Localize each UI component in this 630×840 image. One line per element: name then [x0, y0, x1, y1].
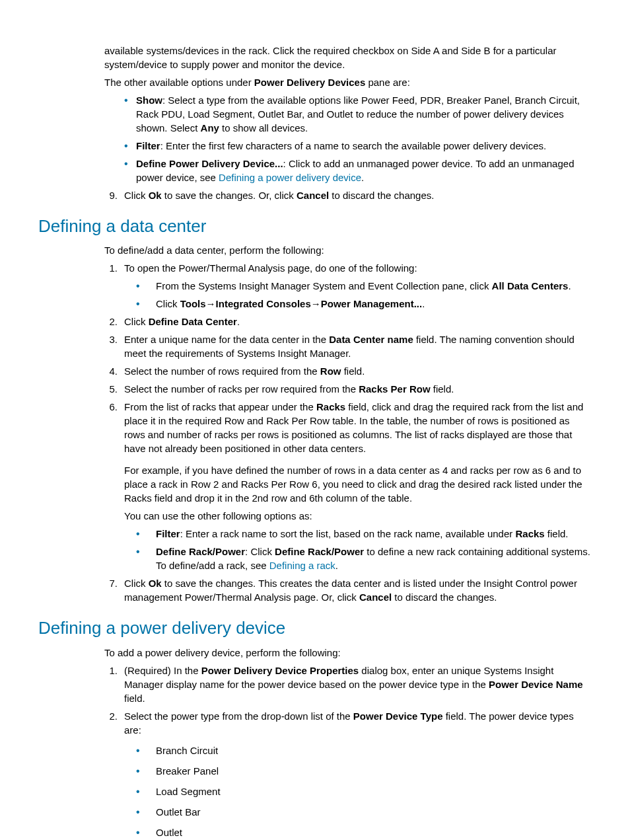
page-content: available systems/devices in the rack. C… — [104, 44, 592, 839]
pdd-intro: To add a power delivery device, perform … — [104, 646, 592, 660]
dc-s6-options: You can use the other following options … — [124, 509, 592, 523]
list-item: 2.Click Define Data Center. — [104, 315, 592, 328]
list-item: 1.(Required) In the Power Delivery Devic… — [104, 664, 592, 705]
list-item: Breaker Panel — [136, 764, 592, 778]
dc-steps: 1.To open the Power/Thermal Analysis pag… — [104, 261, 592, 604]
intro-step9: 9.Click Ok to save the changes. Or, clic… — [104, 188, 592, 202]
list-item: Define Rack/Power: Click Define Rack/Pow… — [136, 545, 592, 572]
heading-pdd: Defining a power delivery device — [38, 616, 592, 640]
list-item: Show: Select a type from the available o… — [124, 93, 592, 135]
list-item: 4.Select the number of rows required fro… — [104, 364, 592, 378]
intro-p2: The other available options under Power … — [104, 75, 592, 89]
list-item: From the Systems Insight Manager System … — [136, 279, 592, 293]
list-item: 7.Click Ok to save the changes. This cre… — [104, 576, 592, 604]
list-item: Define Power Delivery Device...: Click t… — [124, 157, 592, 184]
heading-data-center: Defining a data center — [38, 214, 592, 238]
list-item: Filter: Enter a rack name to sort the li… — [136, 527, 592, 541]
dc-s6-example: For example, if you have defined the num… — [124, 463, 592, 505]
pdd-steps: 1.(Required) In the Power Delivery Devic… — [104, 664, 592, 839]
list-item: 6.From the list of racks that appear und… — [104, 400, 592, 572]
list-item: Outlet — [136, 825, 592, 839]
intro-options-list: Show: Select a type from the available o… — [124, 93, 592, 184]
dc-intro: To define/add a data center, perform the… — [104, 243, 592, 257]
intro-p1: available systems/devices in the rack. C… — [104, 44, 592, 71]
list-item: 5.Select the number of racks per row req… — [104, 382, 592, 396]
list-item: 3.Enter a unique name for the data cente… — [104, 332, 592, 360]
list-item: 2.Select the power type from the drop-do… — [104, 709, 592, 839]
list-item: 9.Click Ok to save the changes. Or, clic… — [104, 188, 592, 202]
list-item: 1.To open the Power/Thermal Analysis pag… — [104, 261, 592, 311]
link-define-pdd[interactable]: Defining a power delivery device — [219, 172, 361, 183]
list-item: Filter: Enter the first few characters o… — [124, 139, 592, 153]
link-define-rack[interactable]: Defining a rack — [269, 560, 335, 571]
list-item: Click Tools→Integrated Consoles→Power Ma… — [136, 297, 592, 311]
list-item: Outlet Bar — [136, 805, 592, 819]
list-item: Branch Circuit — [136, 744, 592, 757]
list-item: Load Segment — [136, 784, 592, 798]
